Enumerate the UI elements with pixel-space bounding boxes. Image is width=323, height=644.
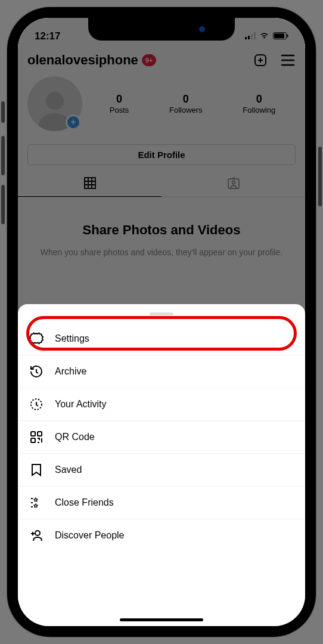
- menu-label: Discover People: [55, 530, 125, 541]
- power-button: [318, 147, 322, 206]
- menu-item-settings[interactable]: Settings: [18, 323, 305, 355]
- menu-item-close-friends[interactable]: Close Friends: [18, 487, 305, 519]
- saved-icon: [29, 462, 44, 478]
- silence-switch: [1, 101, 5, 123]
- volume-up-button: [1, 136, 5, 175]
- menu-label: Settings: [55, 333, 89, 344]
- menu-label: QR Code: [55, 432, 95, 442]
- svg-rect-12: [31, 432, 35, 436]
- svg-rect-13: [38, 432, 42, 436]
- menu-item-saved[interactable]: Saved: [18, 454, 305, 487]
- menu-item-activity[interactable]: Your Activity: [18, 388, 305, 421]
- menu-label: Your Activity: [55, 399, 107, 410]
- archive-icon: [29, 364, 44, 379]
- svg-point-15: [35, 531, 40, 535]
- activity-icon: [29, 397, 44, 412]
- volume-down-button: [1, 185, 5, 224]
- settings-icon: [29, 331, 44, 346]
- menu-label: Close Friends: [55, 497, 114, 508]
- discover-people-icon: [29, 528, 44, 543]
- menu-label: Archive: [55, 366, 86, 377]
- phone-device: 12:17 olenalovesiphone 9+: [0, 0, 323, 644]
- menu-item-discover[interactable]: Discover People: [18, 519, 305, 552]
- screen: 12:17 olenalovesiphone 9+: [18, 18, 305, 626]
- sheet-handle[interactable]: [150, 312, 173, 315]
- menu-item-archive[interactable]: Archive: [18, 355, 305, 388]
- notch: [88, 18, 235, 41]
- svg-rect-14: [31, 438, 35, 442]
- options-bottom-sheet: Settings Archive Your Activity QR Code S…: [18, 304, 305, 626]
- menu-item-qr[interactable]: QR Code: [18, 421, 305, 454]
- home-indicator[interactable]: [120, 618, 203, 621]
- close-friends-icon: [29, 495, 44, 510]
- qr-code-icon: [29, 429, 44, 445]
- menu-label: Saved: [55, 465, 82, 475]
